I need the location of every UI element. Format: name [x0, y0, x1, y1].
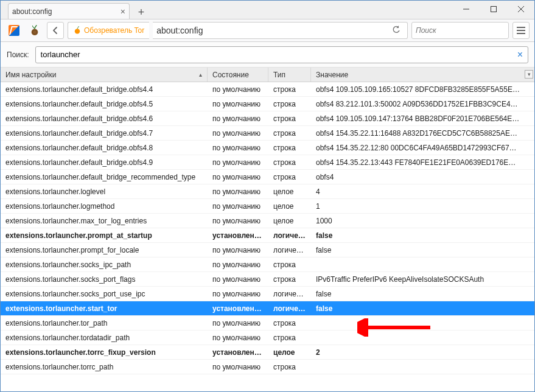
reload-icon[interactable] [389, 26, 404, 36]
pref-name: extensions.torlauncher.torrc_path [1, 363, 208, 371]
pref-state: по умолчанию [208, 261, 268, 269]
pref-state: по умолчанию [208, 144, 268, 152]
column-header-value[interactable]: Значение [311, 68, 525, 82]
pref-name: extensions.torlauncher.default_bridge.ob… [1, 85, 208, 94]
pref-value: obfs4 [311, 173, 525, 181]
pref-type: строка [268, 334, 311, 342]
window-controls [452, 1, 534, 18]
pref-state: по умолчанию [208, 85, 268, 94]
titlebar: about:config × + [1, 1, 534, 19]
search-bar[interactable] [411, 22, 509, 39]
pref-state: по умолчанию [208, 290, 268, 298]
minimize-button[interactable] [452, 1, 480, 18]
pref-row[interactable]: extensions.torlauncher.default_bridge.ob… [1, 141, 534, 155]
pref-name: extensions.torlauncher.tor_path [1, 319, 208, 327]
prefs-table[interactable]: extensions.torlauncher.default_bridge.ob… [1, 82, 534, 391]
identity-label: Обозреватель Tor [84, 26, 144, 35]
pref-value: 4 [311, 187, 525, 196]
filter-box[interactable]: × [35, 46, 528, 63]
close-window-button[interactable] [507, 1, 534, 18]
pref-row[interactable]: extensions.torlauncher.loglevelпо умолча… [1, 184, 534, 199]
pref-name: extensions.torlauncher.socks_port_use_ip… [1, 290, 208, 298]
pref-type: целое [268, 217, 311, 225]
pref-type: строка [268, 144, 311, 152]
pref-name: extensions.torlauncher.default_bridge.ob… [1, 129, 208, 138]
pref-type: строка [268, 319, 311, 327]
pref-state: по умолчанию [208, 158, 268, 167]
filter-bar: Поиск: × [1, 42, 534, 68]
pref-name: extensions.torlauncher.prompt_for_locale [1, 246, 208, 254]
pref-type: строка [268, 173, 311, 181]
pref-state: по умолчанию [208, 114, 268, 123]
column-header-name[interactable]: Имя настройки [1, 68, 208, 82]
pref-row[interactable]: extensions.torlauncher.torrc_fixup_versi… [1, 345, 534, 360]
pref-row[interactable]: extensions.torlauncher.default_bridge.ob… [1, 155, 534, 170]
pref-row[interactable]: extensions.torlauncher.socks_ipc_pathпо … [1, 257, 534, 272]
url-bar[interactable] [153, 22, 408, 39]
pref-type: логическое [268, 246, 311, 254]
pref-value: 1 [311, 202, 525, 211]
extension-sbis-icon[interactable] [5, 22, 23, 39]
pref-row[interactable]: extensions.torlauncher.default_bridge.ob… [1, 82, 534, 97]
pref-row[interactable]: extensions.torlauncher.default_bridge_re… [1, 170, 534, 184]
pref-name: extensions.torlauncher.default_bridge.ob… [1, 114, 208, 123]
pref-state: по умолчанию [208, 363, 268, 371]
pref-row[interactable]: extensions.torlauncher.socks_port_use_ip… [1, 287, 534, 301]
pref-type: целое [268, 187, 311, 196]
back-button[interactable] [47, 22, 64, 39]
pref-state: по умолчанию [208, 202, 268, 211]
pref-row[interactable]: extensions.torlauncher.logmethodпо умолч… [1, 199, 534, 214]
pref-row[interactable]: extensions.torlauncher.start_torустановл… [1, 301, 534, 316]
pref-value: obfs4 83.212.101.3:50002 A09D536DD1752E1… [311, 100, 525, 108]
clear-filter-icon[interactable]: × [517, 49, 523, 60]
pref-type: логическое [268, 290, 311, 298]
identity-box[interactable]: Обозреватель Tor [68, 22, 149, 39]
search-input[interactable] [416, 26, 508, 35]
pref-name: extensions.torlauncher.loglevel [1, 187, 208, 196]
url-input[interactable] [156, 26, 389, 35]
pref-name: extensions.torlauncher.default_bridge.ob… [1, 144, 208, 152]
pref-type: строка [268, 85, 311, 94]
pref-name: extensions.torlauncher.default_bridge_re… [1, 173, 208, 181]
pref-name: extensions.torlauncher.default_bridge.ob… [1, 100, 208, 108]
pref-row[interactable]: extensions.torlauncher.default_bridge.ob… [1, 126, 534, 141]
pref-row[interactable]: extensions.torlauncher.tordatadir_pathпо… [1, 331, 534, 345]
pref-value: 1000 [311, 217, 525, 225]
maximize-button[interactable] [480, 1, 507, 18]
close-tab-icon[interactable]: × [121, 7, 125, 16]
tab-title: about:config [12, 7, 52, 16]
pref-row[interactable]: extensions.torlauncher.max_tor_log_entri… [1, 214, 534, 228]
menu-button[interactable] [512, 22, 530, 39]
pref-row[interactable]: extensions.torlauncher.prompt_at_startup… [1, 228, 534, 243]
svg-point-6 [75, 29, 80, 33]
pref-type: строка [268, 158, 311, 167]
tor-onion-icon[interactable] [26, 22, 43, 39]
pref-type: строка [268, 363, 311, 371]
pref-row[interactable]: extensions.torlauncher.socks_port_flagsп… [1, 272, 534, 287]
column-header-row: Имя настройки Состояние Тип Значение ▾ [1, 68, 534, 82]
pref-name: extensions.torlauncher.start_tor [1, 304, 208, 313]
pref-name: extensions.torlauncher.socks_port_flags [1, 275, 208, 284]
pref-value: obfs4 109.105.109.165:10527 8DFCD8FB3285… [311, 85, 525, 94]
pref-value: obfs4 154.35.22.12:80 00DC6C4FA49A65BD14… [311, 144, 525, 152]
column-header-state[interactable]: Состояние [208, 68, 268, 82]
pref-state: установлено по… [208, 231, 268, 240]
pref-state: по умолчанию [208, 246, 268, 254]
pref-row[interactable]: extensions.torlauncher.torrc_pathпо умол… [1, 360, 534, 374]
column-picker-icon[interactable]: ▾ [525, 70, 533, 79]
pref-name: extensions.torlauncher.prompt_at_startup [1, 231, 208, 240]
pref-state: по умолчанию [208, 217, 268, 225]
pref-type: целое [268, 202, 311, 211]
browser-tab[interactable]: about:config × [8, 3, 130, 19]
new-tab-button[interactable]: + [133, 5, 149, 19]
pref-value: false [311, 231, 525, 240]
pref-state: по умолчанию [208, 129, 268, 138]
pref-row[interactable]: extensions.torlauncher.prompt_for_locale… [1, 243, 534, 257]
pref-row[interactable]: extensions.torlauncher.default_bridge.ob… [1, 111, 534, 126]
pref-type: строка [268, 261, 311, 269]
column-header-type[interactable]: Тип [268, 68, 311, 82]
pref-row[interactable]: extensions.torlauncher.default_bridge.ob… [1, 97, 534, 111]
pref-row[interactable]: extensions.torlauncher.tor_pathпо умолча… [1, 316, 534, 331]
pref-type: логическ… [268, 304, 311, 313]
filter-input[interactable] [41, 50, 517, 59]
